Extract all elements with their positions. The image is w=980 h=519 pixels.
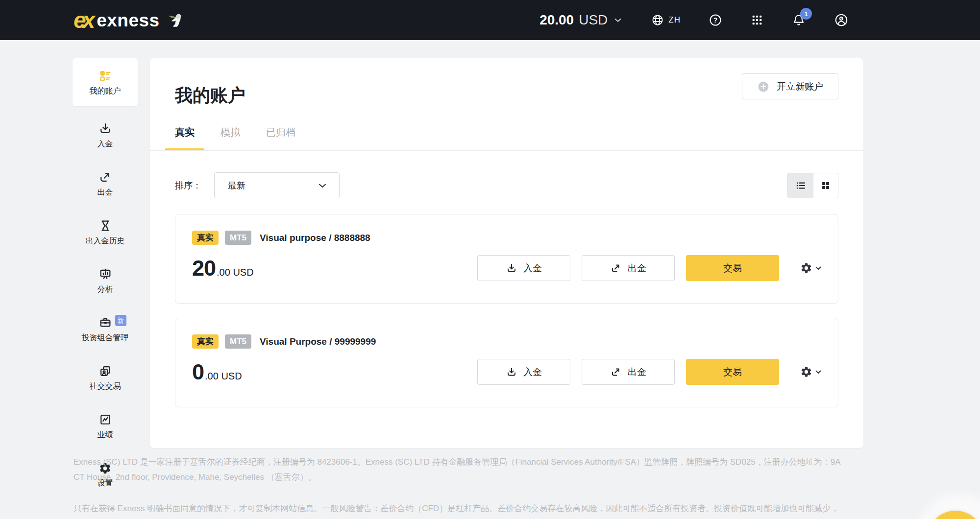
tab-label: 模拟 xyxy=(220,127,240,138)
header-balance-currency: USD xyxy=(579,12,608,28)
gear-icon xyxy=(800,366,812,378)
platform-badge: MT5 xyxy=(225,334,251,349)
regulatory-footer: Exness (SC) LTD 是一家注册于塞舌尔的证券经纪商，注册编号为 84… xyxy=(74,454,841,519)
balance-fraction-currency: .00 USD xyxy=(205,371,242,382)
deposit-icon xyxy=(98,122,112,136)
chevron-down-icon xyxy=(815,266,821,270)
withdrawal-icon xyxy=(610,366,622,378)
header-balance-amount: 20.00 xyxy=(539,12,574,28)
sidebar-item-social-trading[interactable]: 社交交易 xyxy=(73,357,138,399)
account-name: Visual Purpose / 99999999 xyxy=(260,336,376,347)
deposit-button-label: 入金 xyxy=(523,366,542,378)
sidebar-item-label: 出入金历史 xyxy=(86,236,125,246)
sidebar-item-label: 出金 xyxy=(98,188,113,198)
deposit-button[interactable]: 入金 xyxy=(477,359,570,385)
account-settings-menu[interactable] xyxy=(800,366,821,378)
withdraw-button[interactable]: 出金 xyxy=(582,359,675,385)
withdraw-button-label: 出金 xyxy=(628,366,646,378)
open-new-account-label: 开立新账户 xyxy=(777,80,823,93)
sidebar-item-withdrawal[interactable]: 出金 xyxy=(73,164,138,205)
exness-logo-text: exness xyxy=(97,11,160,29)
notification-count-badge: 1 xyxy=(800,8,812,20)
risk-warning-body: 只有在获得 Exness 明确书面同意的情况下，才可复制本网站信息。一般风险警告… xyxy=(74,504,839,519)
regulatory-text: Exness (SC) LTD 是一家注册于塞舌尔的证券经纪商，注册编号为 84… xyxy=(74,454,841,485)
chevron-down-icon xyxy=(815,370,821,374)
sidebar-item-label: 分析 xyxy=(98,284,113,295)
apps-grid-button[interactable] xyxy=(750,13,764,27)
language-code: ZH xyxy=(668,15,681,25)
hourglass-icon xyxy=(98,219,112,233)
accounts-grid-icon xyxy=(98,69,112,83)
view-toggle xyxy=(787,173,838,198)
tab-label: 真实 xyxy=(175,127,195,138)
balance-fraction-currency: .00 USD xyxy=(217,267,254,278)
trade-button[interactable]: 交易 xyxy=(686,255,779,281)
trade-button-label: 交易 xyxy=(723,262,742,275)
trade-button[interactable]: 交易 xyxy=(686,359,779,385)
analytics-board-icon xyxy=(98,267,112,281)
chevron-down-icon xyxy=(612,15,623,25)
chevron-down-icon xyxy=(317,180,328,191)
withdrawal-icon xyxy=(98,170,112,184)
sidebar-item-analytics[interactable]: 分析 xyxy=(73,260,138,302)
list-view-button[interactable] xyxy=(788,173,813,198)
tab-archived[interactable]: 已归档 xyxy=(266,119,295,150)
briefcase-icon: 新 xyxy=(98,316,112,330)
account-settings-menu[interactable] xyxy=(800,262,821,274)
withdraw-button-label: 出金 xyxy=(628,262,646,275)
account-type-tabs: 真实 模拟 已归档 xyxy=(175,119,295,150)
sidebar-item-label: 社交交易 xyxy=(90,381,121,392)
balance-integer: 20 xyxy=(192,256,216,281)
balance-integer: 0 xyxy=(192,359,204,385)
sort-dropdown[interactable]: 最新 xyxy=(214,172,340,198)
tab-demo[interactable]: 模拟 xyxy=(220,119,240,150)
sidebar-item-label: 我的账户 xyxy=(90,86,121,96)
deposit-button[interactable]: 入金 xyxy=(477,255,570,281)
globe-icon xyxy=(651,13,664,27)
page-title: 我的账户 xyxy=(175,84,245,108)
account-card-header: 真实 MT5 Visual purpose / 8888888 xyxy=(192,231,821,245)
account-balance: 20 .00 USD xyxy=(192,256,254,281)
account-balance: 0 .00 USD xyxy=(192,359,242,385)
notifications-button[interactable]: 1 xyxy=(791,13,806,27)
withdraw-button[interactable]: 出金 xyxy=(582,255,675,281)
sidebar-item-transaction-history[interactable]: 出入金历史 xyxy=(73,212,138,253)
withdrawal-icon xyxy=(610,262,622,274)
grid-view-button[interactable] xyxy=(813,173,838,198)
sidebar-item-deposit[interactable]: 入金 xyxy=(73,115,138,156)
sidebar-item-portfolio-management[interactable]: 新 投资组合管理 xyxy=(73,309,138,350)
sort-selected-value: 最新 xyxy=(228,180,245,191)
new-feature-badge: 新 xyxy=(115,315,126,326)
accounts-list: 真实 MT5 Visual purpose / 8888888 20 .00 U… xyxy=(175,214,838,407)
sidebar-item-my-accounts[interactable]: 我的账户 xyxy=(73,58,138,106)
account-actions: 入金 出金 交易 xyxy=(477,255,821,281)
tabs-divider xyxy=(150,150,863,151)
help-button[interactable]: ? xyxy=(708,13,723,27)
account-card-header: 真实 MT5 Visual Purpose / 99999999 xyxy=(192,334,821,349)
platform-badge: MT5 xyxy=(225,231,251,245)
balance-dropdown[interactable]: 20.00 USD xyxy=(539,12,623,28)
gear-icon xyxy=(800,262,812,274)
sidebar-item-label: 入金 xyxy=(98,139,113,149)
tab-label: 已归档 xyxy=(266,127,295,138)
profile-button[interactable] xyxy=(833,12,849,28)
deposit-button-label: 入金 xyxy=(523,262,542,275)
sidebar-item-performance[interactable]: 业绩 xyxy=(73,406,138,447)
trade-button-label: 交易 xyxy=(723,366,742,378)
sidebar-navigation: 我的账户 入金 出金 xyxy=(73,58,138,503)
account-actions: 入金 出金 交易 xyxy=(477,359,821,385)
deposit-icon xyxy=(506,366,517,378)
account-card: 真实 MT5 Visual Purpose / 99999999 0 .00 U… xyxy=(175,318,838,407)
account-card: 真实 MT5 Visual purpose / 8888888 20 .00 U… xyxy=(175,214,838,304)
sort-label: 排序： xyxy=(175,180,201,191)
dove-icon xyxy=(166,10,186,30)
account-type-badge: 真实 xyxy=(192,334,219,349)
exness-logo[interactable]: ex exness xyxy=(74,0,186,40)
risk-warning-text: 只有在获得 Exness 明确书面同意的情况下，才可复制本网站信息。一般风险警告… xyxy=(74,501,841,519)
social-trading-icon xyxy=(98,364,112,378)
header-actions: 20.00 USD ZH ? xyxy=(539,0,849,40)
performance-chart-icon xyxy=(98,413,112,426)
tab-real[interactable]: 真实 xyxy=(175,119,195,150)
open-new-account-button[interactable]: 开立新账户 xyxy=(742,73,838,99)
language-selector[interactable]: ZH xyxy=(651,13,681,27)
